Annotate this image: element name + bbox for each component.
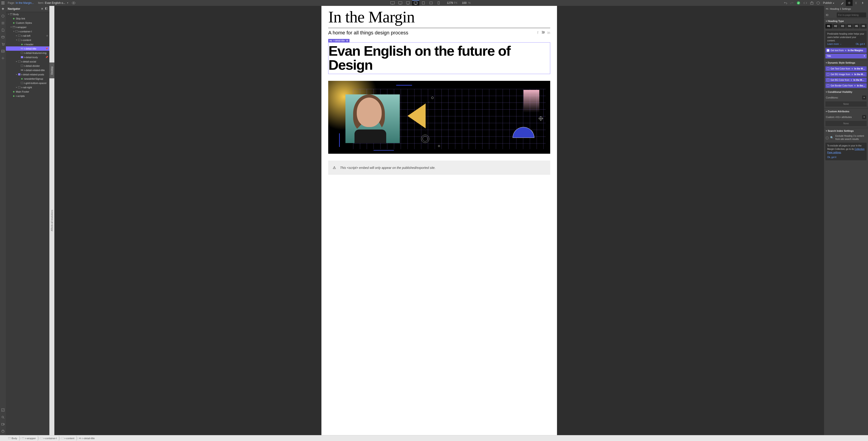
tree-node[interactable]: r-detail-related-posts [6, 72, 50, 76]
tree-node[interactable]: r-detail-body📌 [6, 55, 50, 59]
tree-node[interactable]: r-container-l [6, 29, 50, 34]
dyn-checkbox[interactable] [827, 84, 829, 87]
device-m-button[interactable] [404, 0, 411, 6]
dynamic-style-header[interactable]: ▾Dynamic Style Settings [824, 60, 868, 65]
page-value[interactable]: In the Margin... [16, 1, 34, 4]
redo-icon[interactable] [790, 2, 794, 4]
tree-node[interactable]: H1r-detail-title📌 [6, 46, 50, 51]
export-icon[interactable] [810, 1, 813, 4]
navigator-pin-icon[interactable] [45, 7, 48, 10]
tree-node[interactable]: r-rail-right [6, 85, 50, 90]
field-select[interactable]: Title▼ [826, 54, 867, 59]
tree-node[interactable]: ◆Skip link [6, 16, 50, 21]
tree-node[interactable]: r-wrapper [6, 25, 50, 29]
add-attribute-button[interactable]: + [862, 115, 866, 119]
navigator-icon[interactable] [1, 22, 4, 25]
pages-icon[interactable] [2, 29, 4, 32]
navigator-tree[interactable]: Body◆Skip link◆Custom Stylesr-wrapperr-c… [6, 12, 50, 435]
heading-type-header[interactable]: ▾Heading Type [824, 18, 868, 24]
tree-node[interactable]: ◆newsletterSignup [6, 76, 50, 81]
dynamic-style-row[interactable]: Get Text Color from≡In the Mar... [826, 66, 867, 71]
selection-label[interactable]: H1 r-detail-title ⚙ [328, 39, 349, 42]
style-tab[interactable] [839, 0, 846, 6]
item-dropdown-caret-icon[interactable]: ▼ [67, 2, 69, 4]
heading-h3-button[interactable]: H3 [839, 24, 846, 29]
breadcrumb-item[interactable]: r-container-l [38, 435, 59, 441]
canvas-width[interactable]: 1279PX [447, 1, 458, 4]
breadcrumb-item[interactable]: Body [6, 435, 20, 441]
canvas-zoom[interactable]: 100 % [462, 1, 471, 4]
dynamic-style-row[interactable]: Get BG Image from≡In the Marg... [826, 72, 867, 77]
device-landscape-button[interactable] [428, 0, 435, 6]
twitter-icon[interactable] [541, 31, 545, 35]
device-tablet-button[interactable] [420, 0, 427, 6]
conditional-visibility-header[interactable]: ▾Conditional Visibility [824, 89, 868, 95]
get-text-checkbox[interactable] [827, 49, 829, 52]
device-desktop-button[interactable] [412, 0, 419, 6]
search-index-header[interactable]: ▾Search Index Settings [824, 128, 868, 134]
ecommerce-icon[interactable] [1, 42, 4, 46]
assets-icon[interactable] [1, 50, 4, 53]
search-icon[interactable] [1, 416, 4, 419]
tree-node[interactable]: r-detail-featured-img [6, 51, 50, 55]
dyn-checkbox[interactable] [827, 73, 829, 76]
code-icon[interactable] [803, 2, 807, 4]
navigator-close-icon[interactable]: ✕ [41, 7, 43, 10]
heading-h2-button[interactable]: H2 [832, 24, 839, 29]
style-manager-tab[interactable] [852, 0, 859, 6]
custom-attributes-header[interactable]: ▾Custom Attributes [824, 109, 868, 114]
add-icon[interactable] [1, 7, 4, 10]
cms-icon[interactable] [1, 36, 4, 38]
add-condition-button[interactable]: + [862, 96, 866, 100]
canvas[interactable]: In the Margin A home for all things desi… [54, 6, 824, 435]
site-title[interactable]: In the Margin [328, 6, 550, 27]
ok-got-it-link-2[interactable]: Ok, got it [827, 156, 865, 159]
audit-check-icon[interactable] [1, 408, 4, 412]
dyn-checkbox[interactable] [827, 67, 829, 70]
settings-tab[interactable] [846, 0, 852, 6]
heading-h6-button[interactable]: H6 [860, 24, 867, 29]
ok-got-it-link[interactable]: Ok, got it [856, 42, 865, 46]
tree-node[interactable]: r-content [6, 38, 50, 42]
tree-node[interactable]: ◆Custom Styles [6, 21, 50, 25]
learn-more-link[interactable]: Learn more → [827, 43, 842, 45]
site-subtitle[interactable]: A home for all things design process [328, 30, 408, 36]
heading-h5-button[interactable]: H5 [853, 24, 860, 29]
heading-h4-button[interactable]: H4 [846, 24, 853, 29]
tree-node[interactable]: H2r-detail-related-title [6, 68, 50, 72]
hamburger-menu[interactable] [0, 0, 6, 6]
help-icon[interactable] [1, 430, 4, 433]
id-input[interactable] [837, 12, 866, 18]
publish-button[interactable]: Publish ▼ [823, 1, 835, 4]
breadcrumb-item[interactable]: r-wrapper [20, 435, 38, 441]
tree-node[interactable]: ◆r-scripts [6, 94, 50, 98]
undo-icon[interactable] [784, 2, 787, 4]
resolution-handle[interactable]: Affects all resolutions Desktop [50, 6, 54, 435]
heading-h1-button[interactable]: H1 [826, 24, 832, 29]
get-text-from-row[interactable]: Get text from ≡ In the Margins [826, 48, 867, 53]
item-value[interactable]: Evan English o... [45, 1, 65, 4]
settings-icon[interactable] [1, 57, 4, 60]
detail-title-selection[interactable]: Evan English on the future of Design [328, 42, 550, 74]
dynamic-style-row[interactable]: Get BG Color from≡In the Margi... [826, 78, 867, 82]
device-mobile-button[interactable] [435, 0, 442, 6]
featured-image[interactable] [328, 81, 550, 154]
tree-node[interactable]: Body [6, 12, 50, 16]
selection-gear-icon[interactable]: ⚙ [346, 39, 348, 42]
tree-node[interactable]: r-rail-left⊘ [6, 34, 50, 38]
dynamic-style-row[interactable]: Get Border Color from≡In the M... [826, 83, 867, 88]
device-xl-button[interactable] [389, 0, 396, 6]
tree-node[interactable]: r-detail-social [6, 59, 50, 64]
facebook-icon[interactable]: f [537, 31, 538, 35]
tree-node[interactable]: ◆Main Footer [6, 90, 50, 94]
breadcrumb-item[interactable]: r-content [59, 435, 76, 441]
tree-node[interactable]: r-detail-divider [6, 64, 50, 68]
breadcrumb-item[interactable]: H1r-detail-title [76, 435, 97, 441]
tree-node[interactable]: r-grid-bottom-spacer [6, 81, 50, 85]
tree-node[interactable]: ◆r-header [6, 42, 50, 46]
device-l-button[interactable] [397, 0, 404, 6]
video-icon[interactable] [1, 423, 4, 426]
dyn-checkbox[interactable] [827, 79, 829, 81]
interactions-tab[interactable] [859, 0, 866, 6]
audit-icon[interactable] [816, 1, 820, 4]
